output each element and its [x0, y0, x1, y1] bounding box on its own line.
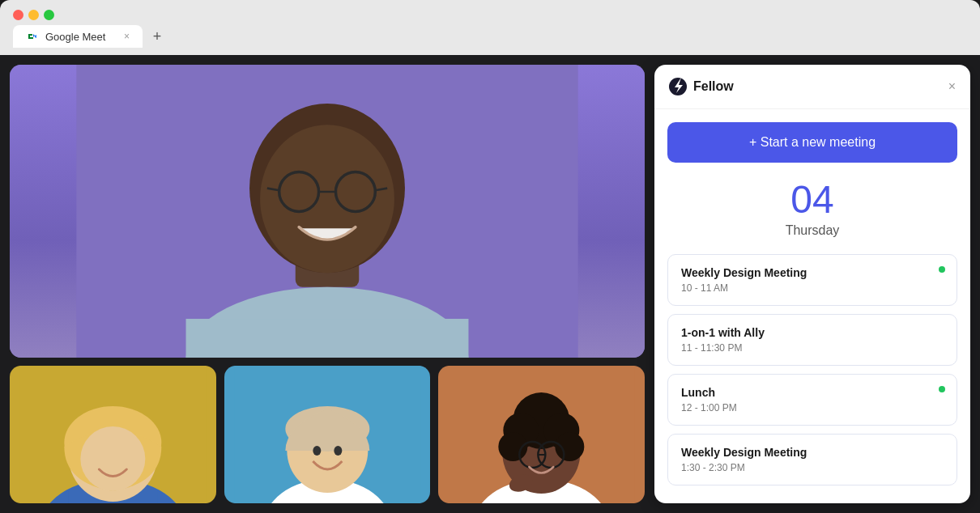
main-video	[10, 65, 645, 358]
meeting-card-4[interactable]: Weekly Design Meeting 1:30 - 2:30 PM	[667, 434, 957, 485]
date-section: 04 Thursday	[667, 172, 957, 244]
meeting-card-2[interactable]: 1-on-1 with Ally 11 - 11:30 PM	[667, 314, 957, 366]
browser-chrome: Google Meet × +	[0, 0, 980, 55]
fellow-title: Fellow	[693, 79, 948, 94]
thumbnail-2	[224, 366, 431, 503]
fellow-logo-icon	[669, 78, 687, 95]
fellow-brand-icon	[669, 78, 687, 95]
meeting-active-dot-1	[939, 266, 945, 273]
meeting-time-3: 12 - 1:00 PM	[681, 402, 944, 413]
thumbnail-1	[10, 366, 216, 503]
minimize-traffic-light[interactable]	[28, 10, 39, 20]
tab-close-button[interactable]: ×	[124, 31, 130, 42]
person2-illustration	[224, 366, 431, 503]
svg-point-17	[80, 426, 145, 491]
meeting-card-1[interactable]: Weekly Design Meeting 10 - 11 AM	[667, 254, 957, 306]
meeting-name-2: 1-on-1 with Ally	[681, 326, 944, 339]
svg-rect-4	[186, 319, 469, 358]
meeting-time-2: 11 - 11:30 PM	[681, 342, 944, 354]
svg-point-26	[334, 446, 342, 456]
svg-rect-0	[26, 30, 39, 43]
fellow-panel: Fellow × + Start a new meeting 04 Thursd…	[654, 65, 970, 503]
main-video-person	[10, 65, 645, 358]
person1-illustration	[10, 366, 216, 503]
tab-favicon	[26, 30, 39, 43]
new-meeting-button[interactable]: + Start a new meeting	[667, 122, 957, 163]
meeting-time-1: 10 - 11 AM	[681, 282, 944, 294]
meeting-name-1: Weekly Design Meeting	[681, 266, 944, 279]
traffic-lights	[13, 10, 54, 20]
meet-favicon-icon	[26, 30, 39, 43]
meeting-time-4: 1:30 - 2:30 PM	[681, 462, 944, 473]
svg-point-36	[556, 432, 585, 461]
close-traffic-light[interactable]	[13, 10, 23, 20]
meeting-name-3: Lunch	[681, 386, 944, 399]
tab-bar: Google Meet × +	[0, 25, 980, 48]
person3-illustration	[438, 366, 645, 503]
tab-title: Google Meet	[45, 31, 105, 43]
new-tab-button[interactable]: +	[146, 25, 168, 48]
meeting-name-4: Weekly Design Meeting	[681, 446, 944, 459]
meeting-list: Weekly Design Meeting 10 - 11 AM 1-on-1 …	[667, 254, 957, 485]
meeting-active-dot-3	[939, 386, 945, 392]
meeting-card-3[interactable]: Lunch 12 - 1:00 PM	[667, 374, 957, 426]
fellow-close-button[interactable]: ×	[948, 79, 956, 94]
thumbnail-3	[438, 366, 645, 503]
fellow-header: Fellow ×	[654, 65, 970, 109]
thumbnail-row	[10, 366, 645, 503]
date-day: Thursday	[667, 223, 957, 238]
title-bar	[0, 0, 980, 25]
fullscreen-traffic-light[interactable]	[44, 10, 54, 20]
active-tab[interactable]: Google Meet ×	[13, 25, 143, 48]
content-area: Fellow × + Start a new meeting 04 Thursd…	[0, 55, 980, 513]
svg-point-25	[313, 446, 321, 456]
svg-rect-20	[287, 491, 368, 503]
video-area	[0, 55, 654, 513]
main-person-illustration	[10, 65, 645, 358]
date-number: 04	[667, 179, 957, 222]
fellow-body: + Start a new meeting 04 Thursday Weekly…	[654, 109, 970, 503]
